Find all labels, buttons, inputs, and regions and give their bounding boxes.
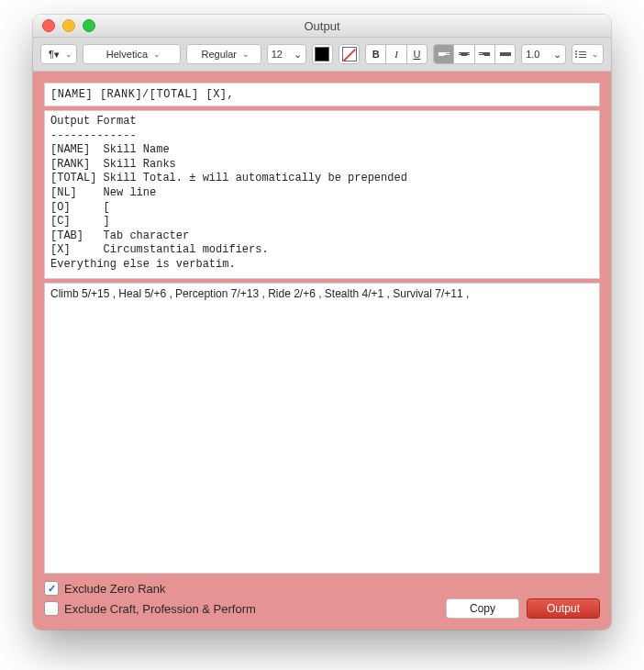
footer: Exclude Zero Rank Exclude Craft, Profess… [44, 581, 600, 619]
copy-button[interactable]: Copy [446, 598, 519, 619]
format-string-field[interactable]: [NAME] [RANK]/[TOTAL] [X], [44, 83, 600, 106]
chevron-down-icon: ⌄ [242, 50, 250, 59]
content-body: [NAME] [RANK]/[TOTAL] [X], Output Format… [33, 72, 611, 630]
output-button[interactable]: Output [527, 598, 600, 619]
align-center-icon [459, 52, 470, 56]
window-title: Output [33, 19, 611, 33]
font-style-value: Regular [202, 49, 238, 60]
text-style-group: B I U [365, 44, 427, 64]
align-justify-icon [500, 52, 511, 56]
format-string-value: [NAME] [RANK]/[TOTAL] [X], [50, 88, 234, 101]
format-legend-text: Output Format ------------- [NAME] Skill… [50, 115, 407, 271]
format-legend: Output Format ------------- [NAME] Skill… [44, 110, 600, 279]
window: Output ¶▾ ⌄ Helvetica ⌄ Regular ⌄ 12 ⌄ B… [33, 15, 611, 630]
align-justify-button[interactable] [495, 45, 515, 63]
exclude-craft-label: Exclude Craft, Profession & Perform [64, 602, 256, 616]
highlight-color-button[interactable] [339, 44, 360, 64]
align-center-button[interactable] [454, 45, 474, 63]
chevron-down-icon: ⌄ [65, 50, 72, 59]
font-family-value: Helvetica [106, 49, 148, 60]
exclude-craft-checkbox[interactable] [44, 601, 59, 616]
chevron-down-icon: ⌄ [553, 49, 561, 61]
align-right-icon [479, 52, 490, 56]
italic-button[interactable]: I [386, 45, 406, 63]
swatch-black-icon [315, 47, 329, 61]
format-toolbar: ¶▾ ⌄ Helvetica ⌄ Regular ⌄ 12 ⌄ B I U [33, 38, 611, 72]
align-right-button[interactable] [475, 45, 495, 63]
output-text: Climb 5/+15 , Heal 5/+6 , Perception 7/+… [50, 287, 469, 300]
chevron-down-icon: ⌄ [294, 49, 302, 61]
chevron-down-icon: ⌄ [153, 50, 161, 59]
align-left-icon [439, 52, 450, 56]
window-titlebar: Output [33, 15, 611, 38]
chevron-down-icon: ⌄ [592, 50, 599, 59]
exclude-zero-rank-label: Exclude Zero Rank [64, 582, 166, 596]
align-left-button[interactable] [434, 45, 454, 63]
bold-button[interactable]: B [366, 45, 386, 63]
underline-button[interactable]: U [407, 45, 427, 63]
exclude-zero-rank-checkbox[interactable] [44, 581, 59, 596]
paragraph-style-value: ¶▾ [49, 49, 60, 61]
font-size-stepper[interactable]: 12 ⌄ [267, 44, 306, 64]
paragraph-style-select[interactable]: ¶▾ ⌄ [40, 44, 77, 64]
line-spacing-stepper[interactable]: 1.0 ⌄ [521, 44, 566, 64]
list-style-select[interactable]: ⌄ [572, 44, 604, 64]
alignment-group [433, 44, 516, 64]
list-icon [575, 50, 586, 58]
line-spacing-value: 1.0 [526, 49, 539, 60]
font-size-value: 12 [272, 49, 283, 60]
output-textarea[interactable]: Climb 5/+15 , Heal 5/+6 , Perception 7/+… [44, 283, 600, 574]
font-style-select[interactable]: Regular ⌄ [186, 44, 261, 64]
font-family-select[interactable]: Helvetica ⌄ [83, 44, 181, 64]
text-color-button[interactable] [312, 44, 333, 64]
swatch-none-icon [342, 47, 357, 61]
